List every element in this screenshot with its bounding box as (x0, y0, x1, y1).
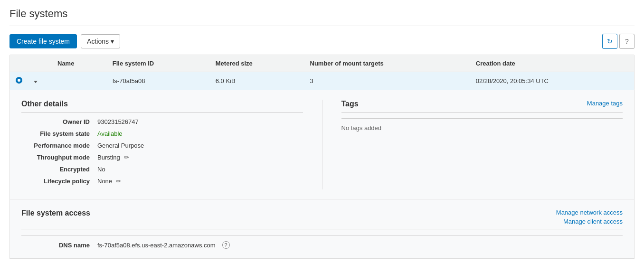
col-file-system-id: File system ID (107, 55, 210, 72)
file-system-state-label: File system state (21, 130, 97, 137)
access-links: Manage network access Manage client acce… (556, 209, 623, 225)
table-row[interactable]: fs-70af5a08 6.0 KiB 3 02/28/2020, 20:05:… (10, 72, 634, 90)
dns-name-value: fs-70af5a08.efs.us-east-2.amazonaws.com … (97, 241, 230, 249)
col-mount-targets: Number of mount targets (304, 55, 470, 72)
row-metered-size: 6.0 KiB (210, 72, 304, 90)
actions-label: Actions (87, 38, 109, 45)
refresh-icon: ↻ (607, 38, 613, 45)
row-mount-targets: 3 (304, 72, 470, 90)
tags-section-header: Tags Manage tags (341, 100, 623, 113)
encrypted-row: Encrypted No (21, 166, 303, 173)
throughput-mode-row: Throughput mode Bursting ✏ (21, 154, 303, 161)
actions-caret-icon: ▾ (111, 38, 114, 45)
performance-mode-label: Performance mode (21, 142, 97, 149)
owner-id-value: 930231526747 (97, 118, 139, 125)
other-details-section: Other details Owner ID 930231526747 File… (21, 100, 322, 189)
toolbar-left: Create file system Actions ▾ (9, 34, 120, 48)
refresh-button[interactable]: ↻ (602, 34, 617, 49)
row-radio[interactable] (10, 72, 28, 90)
help-button[interactable]: ? (619, 34, 635, 49)
dns-name-help-icon[interactable]: ? (222, 241, 230, 249)
table-header-row: Name File system ID Metered size Number … (10, 55, 634, 72)
performance-mode-value: General Purpose (97, 142, 144, 149)
actions-button[interactable]: Actions ▾ (81, 34, 120, 48)
col-select (10, 55, 28, 72)
file-systems-table: Name File system ID Metered size Number … (9, 55, 635, 90)
other-details-title: Other details (21, 100, 303, 113)
lifecycle-policy-edit-icon[interactable]: ✏ (116, 178, 121, 185)
manage-tags-link[interactable]: Manage tags (587, 100, 623, 107)
file-system-state-row: File system state Available (21, 130, 303, 137)
lifecycle-policy-label: Lifecycle policy (21, 178, 97, 185)
col-metered-size: Metered size (210, 55, 304, 72)
col-creation-date: Creation date (470, 55, 634, 72)
col-name: Name (52, 55, 107, 72)
throughput-mode-value: Bursting ✏ (97, 154, 129, 161)
create-file-system-button[interactable]: Create file system (9, 34, 77, 48)
no-tags-text: No tags added (341, 124, 623, 132)
tags-section: Tags Manage tags No tags added (322, 100, 623, 189)
toolbar: Create file system Actions ▾ ↻ ? (9, 34, 635, 49)
manage-client-access-link[interactable]: Manage client access (563, 218, 623, 225)
encrypted-value: No (97, 166, 105, 173)
row-name (52, 72, 107, 90)
row-expand[interactable] (28, 72, 52, 90)
lifecycle-policy-value: None ✏ (97, 178, 121, 185)
page-title: File systems (9, 8, 635, 26)
row-file-system-id: fs-70af5a08 (107, 72, 210, 90)
dns-name-label: DNS name (21, 242, 97, 249)
access-header: File system access Manage network access… (21, 209, 623, 229)
throughput-mode-edit-icon[interactable]: ✏ (124, 154, 129, 161)
row-creation-date: 02/28/2020, 20:05:34 UTC (470, 72, 634, 90)
file-system-access-panel: File system access Manage network access… (9, 199, 635, 259)
tags-title: Tags (341, 100, 359, 108)
radio-dot-icon (16, 77, 22, 84)
dns-name-row: DNS name fs-70af5a08.efs.us-east-2.amazo… (21, 241, 623, 249)
throughput-mode-label: Throughput mode (21, 154, 97, 161)
owner-id-label: Owner ID (21, 118, 97, 125)
chevron-down-icon (34, 81, 38, 83)
lifecycle-policy-row: Lifecycle policy None ✏ (21, 178, 303, 185)
col-expand (28, 55, 52, 72)
manage-network-access-link[interactable]: Manage network access (556, 209, 623, 216)
performance-mode-row: Performance mode General Purpose (21, 142, 303, 149)
file-system-access-title: File system access (21, 209, 90, 217)
page-container: File systems Create file system Actions … (0, 0, 644, 266)
owner-id-row: Owner ID 930231526747 (21, 118, 303, 125)
detail-panel: Other details Owner ID 930231526747 File… (9, 90, 635, 199)
toolbar-right: ↻ ? (602, 34, 635, 49)
help-icon: ? (625, 38, 629, 45)
file-system-state-value: Available (97, 130, 123, 137)
encrypted-label: Encrypted (21, 166, 97, 173)
